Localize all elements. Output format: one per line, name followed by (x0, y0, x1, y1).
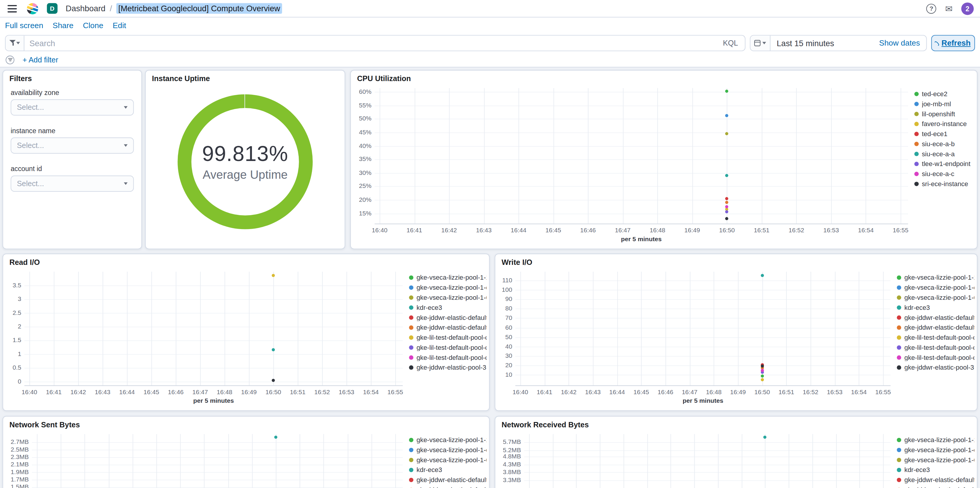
filter-circle-icon[interactable] (6, 55, 14, 64)
legend-item[interactable]: gke-jddwr-elastic-pool-3-74... (409, 364, 487, 371)
panel-title[interactable]: Write I/O (502, 258, 533, 267)
data-point[interactable] (725, 90, 729, 93)
legend-swatch (409, 315, 414, 320)
query-language-button[interactable]: KQL (716, 39, 745, 48)
legend-item[interactable]: gke-vseca-lizzie-pool-1-c417... (897, 447, 974, 453)
legend-item[interactable]: gke-vseca-lizzie-pool-1-1877... (897, 437, 974, 443)
data-point[interactable] (274, 436, 277, 439)
legend-item[interactable]: siu-ece-a-b (914, 141, 974, 147)
mail-icon[interactable] (945, 3, 953, 14)
legend-item[interactable]: kdr-ece3 (897, 304, 974, 311)
data-point[interactable] (761, 364, 764, 368)
panel-title[interactable]: Network Received Bytes (502, 420, 589, 429)
legend-item[interactable]: gke-vseca-lizzie-pool-1-c417... (897, 284, 974, 291)
data-point[interactable] (761, 375, 764, 378)
x-axis-label: 16:40 (17, 388, 42, 395)
data-point[interactable] (725, 205, 729, 208)
legend-item[interactable]: gke-vseca-lizzie-pool-1-630... (897, 456, 974, 463)
legend-swatch (897, 275, 901, 280)
legend-item[interactable]: gke-vseca-lizzie-pool-1-c417... (409, 284, 487, 291)
clone-button[interactable]: Clone (83, 21, 103, 30)
legend-item[interactable]: gke-lil-test-default-pool-c1e... (409, 344, 487, 351)
legend-item[interactable]: gke-lil-test-default-pool-c1e... (897, 354, 974, 361)
legend-item[interactable]: gke-vseca-lizzie-pool-1-630... (409, 456, 487, 463)
legend-item[interactable]: gke-jddwr-elastic-pool-3-74... (897, 364, 974, 371)
account-id-select[interactable]: Select... (11, 176, 134, 192)
legend-item[interactable]: gke-jddwr-elastic-default-po... (897, 314, 974, 321)
saved-query-button[interactable] (6, 35, 24, 51)
panel-title[interactable]: Instance Uptime (152, 74, 210, 83)
legend-item[interactable]: lil-openshift (914, 111, 974, 117)
menu-icon[interactable] (6, 5, 17, 12)
legend-item[interactable]: kdr-ece3 (409, 466, 487, 473)
legend-item[interactable]: favero-instance (914, 120, 974, 127)
data-point[interactable] (725, 174, 729, 177)
data-point[interactable] (725, 197, 729, 200)
data-point[interactable] (725, 132, 729, 136)
panel-title[interactable]: Filters (10, 74, 32, 83)
legend-item[interactable]: tlee-w1-endpoint (914, 160, 974, 167)
legend-item[interactable]: gke-jddwr-elastic-default-po... (897, 486, 974, 488)
page-title[interactable]: [Metricbeat Googlecloud] Compute Overvie… (116, 3, 282, 14)
data-point[interactable] (761, 274, 764, 277)
panel-title[interactable]: CPU Utilization (357, 74, 411, 83)
deployment-badge[interactable]: D (47, 3, 57, 14)
data-point[interactable] (725, 217, 729, 220)
panel-title[interactable]: Read I/O (10, 258, 40, 267)
availability-zone-select[interactable]: Select... (11, 100, 134, 116)
help-icon[interactable] (926, 3, 936, 14)
data-point[interactable] (272, 274, 275, 277)
legend-item[interactable]: gke-jddwr-elastic-default-po... (409, 486, 487, 488)
legend-item[interactable]: gke-vseca-lizzie-pool-1-630... (897, 294, 974, 301)
legend-item[interactable]: gke-jddwr-elastic-default-po... (409, 477, 487, 483)
user-avatar[interactable]: 2 (961, 2, 974, 14)
data-point[interactable] (272, 348, 275, 352)
legend-item[interactable]: joe-mb-ml (914, 101, 974, 108)
elastic-logo[interactable] (27, 3, 38, 14)
legend-item[interactable]: kdr-ece3 (409, 304, 487, 311)
legend-item[interactable]: gke-lil-test-default-pool-c1e... (897, 344, 974, 351)
legend-item[interactable]: gke-jddwr-elastic-default-po... (409, 324, 487, 331)
panel-title[interactable]: Network Sent Bytes (10, 420, 80, 429)
data-point[interactable] (761, 368, 764, 372)
axis-title: per 5 minutes (24, 397, 403, 404)
data-point[interactable] (725, 211, 729, 214)
legend-item[interactable]: siu-ece-a-a (914, 151, 974, 157)
legend-item[interactable]: sri-ece-instance (914, 181, 974, 187)
legend-item[interactable]: gke-vseca-lizzie-pool-1-1877... (409, 274, 487, 281)
legend-item[interactable]: ted-ece1 (914, 130, 974, 137)
show-dates-button[interactable]: Show dates (879, 39, 926, 48)
legend-item[interactable]: gke-jddwr-elastic-default-po... (409, 314, 487, 321)
legend-item[interactable]: gke-vseca-lizzie-pool-1-630... (409, 294, 487, 301)
legend-item[interactable]: gke-jddwr-elastic-default-po... (897, 477, 974, 483)
legend-item[interactable]: gke-jddwr-elastic-default-po... (897, 324, 974, 331)
legend-item[interactable]: kdr-ece3 (897, 466, 974, 473)
legend-item[interactable]: ted-ece2 (914, 90, 974, 97)
legend-item[interactable]: gke-vseca-lizzie-pool-1-1877... (409, 437, 487, 443)
full-screen-button[interactable]: Full screen (5, 21, 43, 30)
legend-item[interactable]: gke-lil-test-default-pool-c1e... (897, 334, 974, 341)
calendar-button[interactable] (750, 35, 770, 51)
instance-name-select[interactable]: Select... (11, 137, 134, 154)
legend-item[interactable]: gke-vseca-lizzie-pool-1-c417... (409, 447, 487, 453)
legend-item[interactable]: gke-vseca-lizzie-pool-1-1877... (897, 274, 974, 281)
edit-button[interactable]: Edit (113, 21, 126, 30)
legend-item[interactable]: siu-ece-a-c (914, 171, 974, 177)
legend-item[interactable]: gke-lil-test-default-pool-c1e... (409, 334, 487, 341)
breadcrumb-dashboard[interactable]: Dashboard (66, 4, 105, 13)
data-point[interactable] (764, 436, 767, 439)
data-point[interactable] (725, 114, 729, 117)
data-point[interactable] (761, 378, 764, 381)
time-range-value[interactable]: Last 15 minutes (770, 38, 879, 48)
plot-area: 2.7MB2.5MB2.3MB2.1MB1.9MB1.7MB1.5MB16:40… (8, 430, 406, 488)
refresh-button[interactable]: Refresh (931, 35, 975, 51)
share-button[interactable]: Share (53, 21, 73, 30)
data-point[interactable] (272, 379, 275, 382)
plot-area: 60%55%50%45%40%35%30%25%20%15%16:4016:41… (356, 84, 912, 245)
legend-item[interactable]: gke-lil-test-default-pool-c1e... (409, 354, 487, 361)
data-point[interactable] (725, 201, 729, 204)
legend-swatch (914, 152, 919, 156)
search-input[interactable] (24, 38, 716, 48)
uptime-metric-label: Average Uptime (203, 168, 288, 182)
add-filter-button[interactable]: + Add filter (22, 55, 58, 64)
